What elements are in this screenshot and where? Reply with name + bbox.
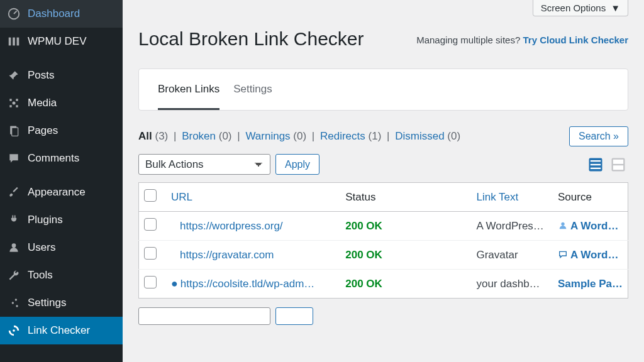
svg-rect-1 — [9, 38, 11, 46]
sidebar-item-label: Media — [28, 97, 57, 109]
bulk-actions-select-bottom[interactable] — [138, 307, 270, 325]
user-icon — [558, 221, 568, 231]
svg-rect-14 — [591, 163, 601, 165]
svg-rect-6 — [12, 128, 18, 136]
sidebar-item-media[interactable]: Media — [0, 89, 123, 117]
dashboard-icon — [6, 6, 21, 21]
filter-redirects[interactable]: Redirects — [320, 130, 365, 142]
row-url-link[interactable]: https://wordpress.org/ — [180, 220, 282, 232]
row-status: 200 OK — [345, 278, 382, 290]
bulk-actions-select[interactable]: Bulk Actions — [138, 154, 270, 175]
apply-button[interactable]: Apply — [275, 154, 319, 175]
view-list-icon[interactable] — [586, 155, 606, 175]
tab-broken-links[interactable]: Broken Links — [158, 69, 219, 110]
sidebar-item-link-checker[interactable]: Link Checker — [0, 317, 123, 344]
table-row: https://wordpress.org/ 200 OK A WordPres… — [139, 212, 628, 241]
filter-links: All (3) | Broken (0) | Warnings (0) | Re… — [138, 130, 460, 143]
screen-options-toggle[interactable]: Screen Options ▼ — [533, 0, 628, 16]
th-url[interactable]: URL — [166, 183, 340, 212]
admin-sidebar: Dashboard WPMU DEV Posts Media Pages Com… — [0, 0, 123, 362]
svg-rect-17 — [613, 159, 623, 163]
filter-row: All (3) | Broken (0) | Warnings (0) | Re… — [138, 126, 628, 146]
row-status: 200 OK — [345, 249, 382, 261]
media-icon — [6, 96, 21, 111]
sidebar-item-label: Plugins — [28, 214, 63, 226]
svg-rect-2 — [13, 38, 15, 46]
select-all-checkbox[interactable] — [144, 189, 157, 202]
subtitle: Managing multiple sites? Try Cloud Link … — [416, 35, 628, 45]
filter-warnings[interactable]: Warnings — [245, 130, 290, 142]
tab-settings[interactable]: Settings — [233, 69, 272, 110]
search-button[interactable]: Search » — [569, 126, 628, 146]
redirect-dot-icon: ● — [171, 277, 178, 290]
row-status: 200 OK — [345, 220, 382, 232]
chevron-down-icon: ▼ — [611, 3, 620, 13]
filter-broken[interactable]: Broken — [182, 130, 216, 142]
sidebar-item-plugins[interactable]: Plugins — [0, 206, 123, 234]
sidebar-item-settings[interactable]: Settings — [0, 289, 123, 317]
filter-all-count: (3) — [155, 130, 168, 142]
user-icon — [6, 240, 21, 255]
comment-icon — [558, 250, 568, 260]
table-header-row: URL Status Link Text Source — [139, 183, 628, 212]
th-linktext[interactable]: Link Text — [471, 183, 553, 212]
svg-point-9 — [12, 302, 14, 304]
sidebar-item-label: Appearance — [28, 186, 86, 199]
bottom-bulk-controls — [138, 307, 628, 325]
sidebar-item-users[interactable]: Users — [0, 234, 123, 261]
links-table: URL Status Link Text Source https://word… — [138, 182, 628, 299]
apply-button-bottom[interactable] — [275, 307, 313, 325]
svg-point-10 — [16, 305, 18, 307]
svg-point-19 — [561, 222, 564, 225]
filter-all[interactable]: All — [138, 130, 152, 142]
th-source: Source — [553, 183, 628, 212]
wpmudev-icon — [6, 34, 21, 49]
sidebar-item-wpmudev[interactable]: WPMU DEV — [0, 28, 123, 55]
linkchecker-icon — [6, 323, 21, 338]
brush-icon — [6, 185, 21, 200]
svg-rect-13 — [591, 160, 601, 162]
sidebar-item-label: Tools — [28, 269, 53, 282]
subtitle-text: Managing multiple sites? — [416, 35, 523, 45]
tabs: Broken Links Settings — [139, 69, 628, 110]
svg-point-8 — [15, 299, 17, 300]
tabs-card: Broken Links Settings — [138, 69, 628, 111]
row-linktext: Gravatar — [471, 241, 553, 270]
row-checkbox[interactable] — [144, 276, 157, 288]
pin-icon — [6, 68, 21, 83]
svg-rect-18 — [613, 165, 623, 170]
plug-icon — [6, 212, 21, 228]
sidebar-item-label: Comments — [28, 152, 79, 165]
filter-dismissed[interactable]: Dismissed — [395, 130, 444, 142]
sidebar-item-tools[interactable]: Tools — [0, 261, 123, 289]
wrench-icon — [6, 268, 21, 283]
filter-dismissed-count: (0) — [447, 130, 460, 142]
filter-broken-count: (0) — [219, 130, 232, 142]
screen-options-label: Screen Options — [541, 3, 606, 13]
row-source-link[interactable]: A Word… — [570, 220, 619, 232]
svg-point-4 — [13, 102, 16, 105]
view-mode — [586, 155, 628, 175]
sidebar-item-posts[interactable]: Posts — [0, 62, 123, 89]
row-source-link[interactable]: A Word… — [570, 249, 619, 261]
th-status: Status — [340, 183, 471, 212]
row-url-link[interactable]: https://coolsite.tld/wp-adm… — [180, 278, 315, 290]
row-source-link[interactable]: Sample Pa… — [558, 278, 623, 290]
comment-icon — [6, 151, 21, 166]
sidebar-item-label: Pages — [28, 124, 58, 137]
sidebar-item-label: Users — [28, 241, 55, 254]
sidebar-item-dashboard[interactable]: Dashboard — [0, 0, 123, 28]
filter-redirects-count: (1) — [369, 130, 382, 142]
row-checkbox[interactable] — [144, 218, 157, 231]
sidebar-item-appearance[interactable]: Appearance — [0, 178, 123, 206]
svg-point-11 — [13, 329, 15, 332]
row-checkbox[interactable] — [144, 247, 157, 260]
sidebar-item-pages[interactable]: Pages — [0, 117, 123, 145]
sidebar-item-comments[interactable]: Comments — [0, 145, 123, 172]
row-url-link[interactable]: https://gravatar.com — [180, 249, 274, 261]
sidebar-item-label: WPMU DEV — [28, 35, 87, 48]
view-compact-icon[interactable] — [608, 155, 628, 175]
pages-icon — [6, 123, 21, 138]
svg-rect-3 — [17, 38, 19, 46]
try-cloud-link[interactable]: Try Cloud Link Checker — [523, 35, 628, 45]
